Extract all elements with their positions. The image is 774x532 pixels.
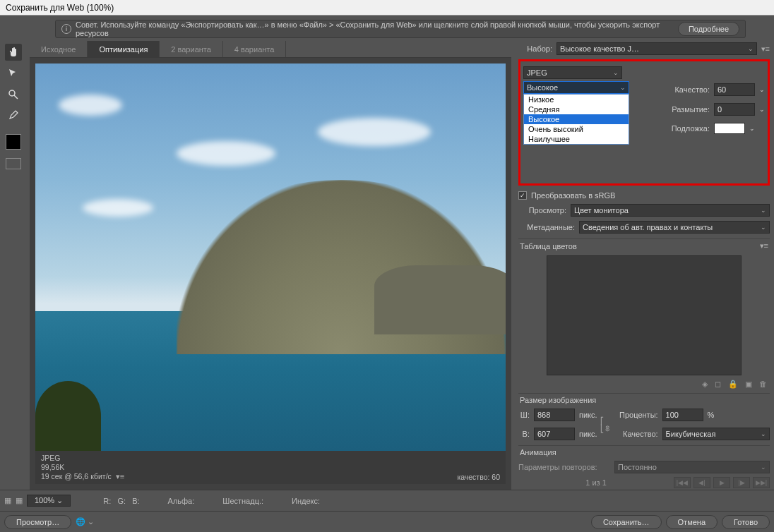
quality-label: Качество: (660, 85, 710, 94)
grid-icon[interactable]: ▦ (4, 496, 11, 505)
alpha-label: Альфа: (168, 497, 195, 505)
preview-quality-readout: качество: 60 (457, 473, 500, 481)
quality-option-medium[interactable]: Средняя (524, 104, 629, 114)
quality-preset-select[interactable]: Высокое⌄ (523, 81, 629, 94)
quality-preset-dropdown: Низкое Средняя Высокое Очень высокий Наи… (523, 94, 629, 145)
anim-first-button: |◀◀ (674, 477, 691, 488)
width-unit: пикс. (579, 411, 597, 419)
highlight-box: JPEG⌄ Высокое⌄ Низкое Средняя Высокое Оч… (518, 59, 770, 186)
height-input[interactable]: 607 (534, 428, 575, 440)
cancel-button[interactable]: Отмена (666, 515, 718, 529)
preview-info-bar: JPEG 99,56K 19 сек @ 56,6 кбит/с ▾≡ каче… (35, 451, 506, 484)
matte-label: Подложка: (660, 124, 710, 133)
anim-next-button: |▶ (733, 477, 750, 488)
new-color-icon[interactable]: ▣ (745, 380, 752, 389)
blur-label: Размытие: (660, 105, 710, 114)
browser-icon[interactable]: 🌐 ⌄ (76, 517, 94, 526)
eyedropper-color-swatch[interactable] (6, 134, 21, 150)
footer-bar: ▦ ▦ 100% ⌄ R: G: B: Альфа: Шестнадц.: Ин… (0, 490, 774, 511)
map-to-transparent-icon[interactable]: ◻ (715, 380, 721, 389)
color-table-area (547, 255, 742, 375)
window-titlebar: Сохранить для Web (100%) (0, 0, 774, 16)
color-table-menu-icon[interactable]: ▾≡ (760, 241, 768, 250)
height-unit: пикс. (579, 430, 597, 438)
color-table-label: Таблица цветов (520, 242, 577, 250)
save-button[interactable]: Сохранить… (591, 515, 662, 529)
dialog-body: i Совет. Используйте команду «Экспортиро… (0, 16, 774, 532)
preview-download-time: 19 сек @ 56,6 кбит/с (41, 472, 112, 480)
preset-menu-icon[interactable]: ▾≡ (761, 44, 770, 54)
preset-select[interactable]: Высокое качество J…⌄ (556, 42, 757, 55)
bandwidth-menu-icon[interactable]: ▾≡ (116, 472, 124, 480)
percent-label: Проценты: (613, 411, 658, 419)
constrain-proportions-icon[interactable]: ⎡⎣ 𝟠 (600, 417, 610, 433)
zoom-select[interactable]: 100% ⌄ (27, 495, 71, 507)
loop-select: Постоянно⌄ (614, 461, 770, 473)
preview-format: JPEG (41, 454, 124, 462)
image-size-label: Размер изображения (520, 396, 596, 404)
g-label: G: (117, 497, 126, 505)
zoom-tool[interactable] (5, 86, 22, 103)
srgb-label: Преобразовать в sRGB (531, 191, 615, 200)
tip-bar: i Совет. Используйте команду «Экспортиро… (55, 20, 746, 38)
percent-unit: % (708, 411, 715, 419)
loop-label: Параметры повторов: (518, 463, 610, 471)
preview-filesize: 99,56K (41, 463, 124, 471)
resample-select[interactable]: Бикубическая⌄ (662, 428, 770, 440)
svg-line-1 (14, 95, 18, 99)
index-label: Индекс: (292, 497, 320, 505)
frame-readout: 1 из 1 (518, 478, 674, 487)
tab-4up[interactable]: 4 варианта (223, 41, 287, 57)
slice-visibility-toggle[interactable] (6, 158, 21, 169)
srgb-checkbox[interactable]: ✓ (518, 191, 527, 200)
r-label: R: (103, 497, 111, 505)
tab-original[interactable]: Исходное (30, 41, 88, 57)
metadata-select[interactable]: Сведения об авт. правах и контакты⌄ (579, 221, 770, 234)
hex-label: Шестнадц.: (222, 497, 263, 505)
animation-label: Анимация (520, 448, 556, 457)
lock-color-icon[interactable]: 🔒 (728, 380, 738, 389)
preview-mode-label: Просмотр: (518, 206, 566, 214)
b-label: B: (132, 497, 139, 505)
anim-last-button: ▶▶| (753, 477, 770, 488)
learn-more-button[interactable]: Подробнее (678, 22, 739, 36)
metadata-label: Метаданные: (518, 223, 575, 231)
width-label: Ш: (518, 411, 530, 419)
browser-preview-button[interactable]: Просмотр… (4, 515, 71, 529)
grid-icon-2[interactable]: ▦ (16, 496, 23, 505)
anim-prev-button: ◀| (693, 477, 710, 488)
percent-input[interactable]: 100 (662, 409, 703, 421)
hand-tool[interactable] (5, 44, 22, 61)
matte-swatch[interactable] (714, 123, 745, 134)
anim-play-button: ▶ (713, 477, 730, 488)
toolbar (0, 41, 27, 490)
preset-label: Набор: (518, 44, 552, 53)
height-label: В: (518, 430, 530, 438)
quality-option-low[interactable]: Низкое (524, 95, 629, 104)
preview-mode-select[interactable]: Цвет монитора⌄ (571, 204, 770, 217)
quality-option-high[interactable]: Высокое (524, 114, 629, 124)
svg-point-0 (9, 90, 15, 96)
eyedropper-tool[interactable] (5, 107, 22, 124)
width-input[interactable]: 868 (534, 409, 575, 421)
done-button[interactable]: Готово (722, 515, 770, 529)
info-icon: i (61, 24, 71, 34)
resample-label: Качество: (613, 430, 658, 438)
tip-text: Совет. Используйте команду «Экспортирова… (76, 20, 672, 37)
preview-canvas[interactable] (35, 64, 506, 451)
format-select[interactable]: JPEG⌄ (523, 66, 622, 79)
tab-2up[interactable]: 2 варианта (160, 41, 223, 57)
tab-optimized[interactable]: Оптимизация (88, 41, 160, 57)
delete-color-icon[interactable]: 🗑 (759, 380, 767, 389)
color-picker-icon[interactable]: ◈ (702, 380, 708, 389)
preview-tabs: Исходное Оптимизация 2 варианта 4 вариан… (30, 41, 511, 58)
blur-input[interactable]: 0 (714, 103, 755, 116)
quality-option-veryhigh[interactable]: Очень высокий (524, 124, 629, 134)
quality-input[interactable]: 60 (714, 83, 755, 96)
quality-option-max[interactable]: Наилучшее (524, 134, 629, 144)
slice-select-tool[interactable] (5, 65, 22, 82)
settings-panel: Набор: Высокое качество J…⌄ ▾≡ JPEG⌄ Выс… (514, 41, 774, 490)
